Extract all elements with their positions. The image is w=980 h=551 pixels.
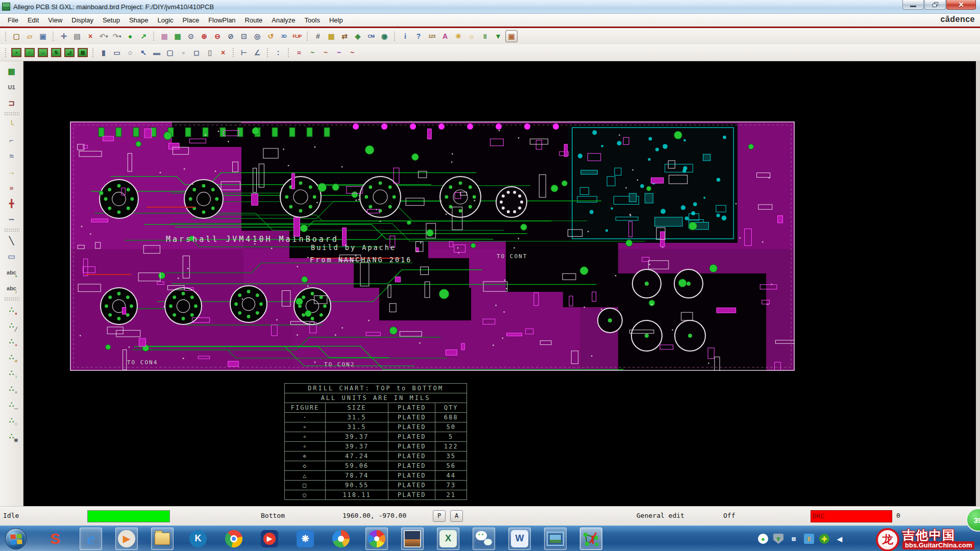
grid-toggle-icon[interactable]: # [312,30,324,42]
move-icon[interactable]: ✛ [58,30,70,42]
pointer-icon[interactable]: ↖ [137,46,150,59]
waveform-sine2-icon[interactable]: ~ [320,46,332,59]
zoom-out-icon[interactable]: ⊖ [211,30,224,42]
start-button[interactable] [5,528,27,549]
done-icon[interactable]: ● [124,30,136,42]
360-browser-icon[interactable] [330,528,352,550]
wechat-icon[interactable] [473,528,495,550]
dither-grid-icon[interactable]: ▦ [158,30,170,42]
open-file-icon[interactable]: ▱ [23,30,36,42]
kugou-icon[interactable]: K [187,528,209,550]
add-connect-icon[interactable]: └ [3,117,20,132]
edit-text-icon[interactable]: abc/ [3,281,20,295]
tray-volume-icon[interactable]: ◀ [835,534,845,544]
undo-icon[interactable]: ↶▾ [97,30,110,42]
net-model-icon[interactable]: ∴▣ [3,429,20,443]
baidu-cloud-icon[interactable]: ❋ [294,528,316,550]
add-text-icon[interactable]: abc+ [3,265,20,280]
shell-icon[interactable]: ◈ [352,30,364,42]
move-element-icon[interactable]: ╋ [3,196,20,211]
menu-place[interactable]: Place [178,15,204,26]
view-3d-icon[interactable]: 3D [278,30,290,42]
photo-viewer-icon[interactable] [401,528,424,550]
net-delete-icon[interactable]: ∴× [3,334,20,348]
zoom-fit-icon[interactable]: ⊡ [238,30,250,42]
allegro-pcb-icon[interactable] [580,528,602,550]
board-view-4-icon[interactable]: ⇅ [50,46,62,59]
menu-view[interactable]: View [43,15,67,26]
net-expand-icon[interactable]: ∴↕ [3,365,20,380]
route-corner-icon[interactable]: ⌐ [3,133,20,147]
flip-design-icon[interactable]: FLIP [291,30,303,42]
tray-plus-icon[interactable]: ✚ [819,534,829,544]
file-explorer-icon[interactable] [151,528,174,550]
cancel-icon[interactable]: × [217,46,229,59]
select-rect-icon[interactable]: ▭ [111,46,123,59]
zoom-world-icon[interactable]: ◎ [251,30,263,42]
menu-route[interactable]: Route [240,15,267,26]
excel-icon[interactable]: X [437,528,459,550]
measure-icon[interactable]: 123 [426,30,438,42]
net-view-icon[interactable]: ∴╱ [3,318,20,333]
add-line-icon[interactable]: ╲ [3,233,20,248]
360-safe-icon[interactable] [365,528,388,550]
board-view-3-icon[interactable]: ↔ [37,46,49,59]
restore-button[interactable] [924,0,946,10]
layer-swap-icon[interactable]: ⇄ [338,30,351,42]
menu-file[interactable]: File [3,15,23,26]
net-route-icon[interactable]: ∴— [3,397,20,412]
dimension-icon[interactable]: ⊢ [238,46,250,59]
net-buffer-icon[interactable]: ∴□ [3,413,20,428]
net-copy-icon[interactable]: ∴≡ [3,381,20,396]
waive-drc-icon[interactable]: ▼ [492,30,504,42]
word-icon[interactable]: W [508,528,531,550]
zoom-previous-icon[interactable]: ⊘ [225,30,237,42]
internet-explorer-icon[interactable]: e [80,528,102,550]
add-rect-icon[interactable]: ▭ [3,249,20,264]
save-file-icon[interactable]: ▣ [37,30,49,42]
web-icon[interactable]: ◉ [378,30,390,42]
delete-icon[interactable]: × [84,30,96,42]
shadow-toggle-icon[interactable]: ☼ [465,30,478,42]
slide-icon[interactable]: → [3,164,20,179]
frame-icon[interactable]: ▢ [164,46,176,59]
net-probe-icon[interactable]: ∴● [3,302,20,317]
probe-pair-icon[interactable]: : [272,46,284,59]
snap-grid-icon[interactable]: ▦ [172,30,184,42]
media-player-icon[interactable]: ▶ [115,528,138,550]
waveform-sine1-icon[interactable]: ~ [306,46,318,59]
close-button[interactable]: ✕ [946,0,976,10]
delay-tune-icon[interactable]: ≈ [3,148,20,163]
menu-tools[interactable]: Tools [300,15,325,26]
tray-wechat-icon[interactable]: ● [758,534,768,544]
place-component-icon[interactable]: U1 [3,80,20,94]
sogou-input-icon[interactable]: S [44,528,66,550]
board-view-6-icon[interactable]: ▨ [77,46,89,59]
menu-logic[interactable]: Logic [153,15,178,26]
redo-icon[interactable]: ↷▾ [111,30,123,42]
frame-alt-icon[interactable]: ◻ [190,46,203,59]
info-icon[interactable]: i [399,30,411,42]
select-bar-icon[interactable]: ▮ [97,46,110,59]
tray-shield-icon[interactable]: ▼ [773,534,783,544]
new-file-icon[interactable]: ▢ [10,30,22,42]
zoom-points-icon[interactable]: ⊙ [185,30,197,42]
fill-rect-icon[interactable]: ▬ [151,46,163,59]
angle-icon[interactable]: ∠ [251,46,263,59]
cross-section-icon[interactable]: ||| [479,30,491,42]
board-view-5-icon[interactable]: ◿ [63,46,76,59]
a-button[interactable]: A [450,510,463,522]
blank-sel-icon[interactable]: ▯ [204,46,216,59]
menu-flowplan[interactable]: FlowPlan [204,15,240,26]
net-report-icon[interactable]: ∴d [3,349,20,364]
frame-small-icon[interactable]: ▫ [177,46,189,59]
minimize-button[interactable] [902,0,924,10]
pin-icon[interactable]: ↗ [137,30,150,42]
spread-icon[interactable]: ∽ [3,212,20,227]
menu-analyze[interactable]: Analyze [267,15,300,26]
menu-help[interactable]: Help [325,15,348,26]
menu-display[interactable]: Display [67,15,98,26]
menu-shape[interactable]: Shape [125,15,153,26]
menu-setup[interactable]: Setup [98,15,125,26]
selection-filter-icon[interactable]: ▣ [505,30,518,42]
